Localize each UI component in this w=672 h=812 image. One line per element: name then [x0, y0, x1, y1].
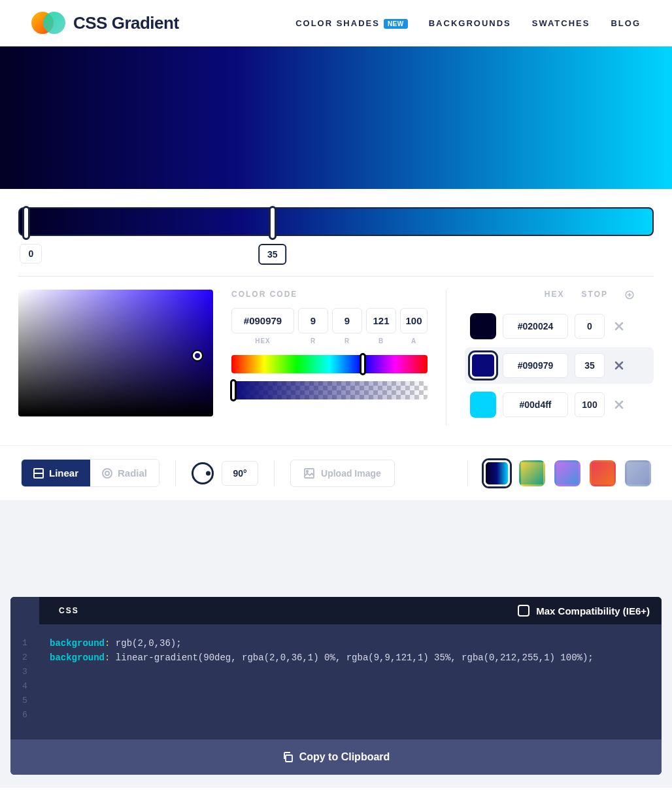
slider-handle-0[interactable]: [22, 206, 30, 240]
stop-swatch[interactable]: [470, 392, 496, 418]
slider-handle-1[interactable]: [269, 206, 277, 240]
color-code-header: COLOR CODE: [231, 290, 428, 299]
r-label: R: [298, 337, 328, 345]
max-compat-toggle[interactable]: Max Compatibility (IE6+): [518, 605, 662, 617]
divider: [274, 460, 275, 486]
slider-label-1[interactable]: 35: [258, 244, 287, 265]
code-content[interactable]: background: rgb(2,0,36);background: line…: [39, 624, 662, 739]
stop-pos-input[interactable]: [575, 314, 605, 339]
stops-hex-label: HEX: [545, 290, 565, 299]
remove-stop-icon[interactable]: [611, 318, 627, 334]
color-code-column: COLOR CODE HEX R R B A: [231, 290, 428, 426]
nav-blog[interactable]: BLOG: [611, 18, 641, 28]
slider-labels: 0 35: [18, 244, 654, 277]
hue-slider[interactable]: [231, 355, 428, 373]
nav-swatches[interactable]: SWATCHES: [532, 18, 590, 28]
stops-column: HEX STOP: [465, 290, 654, 426]
gradient-slider-section: 0 35: [0, 189, 672, 277]
new-badge: NEW: [384, 19, 408, 29]
b-input[interactable]: [366, 308, 396, 333]
header: CSS Gradient COLOR SHADESNEW BACKGROUNDS…: [0, 0, 672, 46]
radial-icon: [102, 468, 112, 479]
svg-point-11: [103, 469, 112, 478]
stop-swatch[interactable]: [470, 352, 496, 379]
code-section: CSS Max Compatibility (IE6+) 123456 back…: [0, 500, 672, 788]
add-stop-icon[interactable]: [625, 290, 634, 299]
copy-icon: [282, 752, 293, 762]
linear-button[interactable]: Linear: [22, 460, 90, 486]
stop-hex-input[interactable]: [503, 314, 568, 339]
line-numbers: 123456: [10, 624, 39, 739]
angle-control: [192, 461, 258, 486]
a-input[interactable]: [400, 308, 428, 333]
color-picker[interactable]: [18, 290, 213, 416]
remove-stop-icon[interactable]: [611, 358, 627, 373]
g-label: R: [332, 337, 362, 345]
hex-label: HEX: [231, 337, 294, 345]
logo-text: CSS Gradient: [73, 13, 179, 33]
divider: [446, 290, 446, 426]
preset-swatch[interactable]: [484, 460, 510, 486]
stops-header: HEX STOP: [465, 290, 654, 299]
stop-row[interactable]: [465, 386, 654, 423]
r-input[interactable]: [298, 308, 328, 333]
preset-swatch[interactable]: [590, 460, 616, 486]
image-icon: [304, 468, 314, 479]
svg-point-12: [105, 471, 109, 475]
alpha-handle[interactable]: [230, 379, 237, 401]
stop-row[interactable]: [465, 308, 654, 345]
svg-rect-15: [286, 755, 292, 762]
nav-backgrounds[interactable]: BACKGROUNDS: [429, 18, 511, 28]
presets: [484, 460, 651, 486]
g-input[interactable]: [332, 308, 362, 333]
angle-input[interactable]: [222, 461, 258, 486]
radial-button[interactable]: Radial: [90, 460, 159, 486]
stop-pos-input[interactable]: [575, 353, 605, 378]
nav-color-shades[interactable]: COLOR SHADESNEW: [295, 18, 408, 28]
divider: [467, 460, 468, 486]
copy-button[interactable]: Copy to Clipboard: [10, 739, 662, 775]
type-toggle: Linear Radial: [21, 459, 160, 487]
preset-swatch[interactable]: [519, 460, 545, 486]
preset-swatch[interactable]: [625, 460, 651, 486]
stop-row[interactable]: [465, 347, 654, 384]
max-compat-checkbox[interactable]: [518, 605, 529, 617]
slider-label-0[interactable]: 0: [20, 244, 42, 263]
preset-swatch[interactable]: [554, 460, 580, 486]
stop-pos-input[interactable]: [575, 392, 605, 417]
b-label: B: [366, 337, 396, 345]
stop-swatch[interactable]: [470, 313, 496, 339]
a-label: A: [400, 337, 428, 345]
picker-cursor[interactable]: [193, 351, 202, 360]
hex-input[interactable]: [231, 308, 294, 333]
divider: [175, 460, 176, 486]
svg-point-14: [307, 470, 309, 472]
stop-hex-input[interactable]: [503, 392, 568, 417]
logo-icon: [31, 12, 64, 35]
remove-stop-icon[interactable]: [611, 397, 627, 413]
alpha-slider[interactable]: [231, 381, 428, 399]
css-tab[interactable]: CSS: [39, 597, 99, 624]
controls-bar: Linear Radial Upload Image: [0, 445, 672, 500]
code-header: CSS Max Compatibility (IE6+): [10, 597, 662, 624]
color-editor: COLOR CODE HEX R R B A HEX STOP: [0, 277, 672, 445]
code-box: CSS Max Compatibility (IE6+) 123456 back…: [10, 597, 662, 775]
gradient-slider[interactable]: [18, 207, 654, 236]
hue-handle[interactable]: [360, 353, 366, 375]
linear-icon: [33, 468, 44, 479]
logo[interactable]: CSS Gradient: [31, 12, 179, 35]
gradient-preview: [0, 46, 672, 189]
stops-stop-label: STOP: [582, 290, 608, 299]
nav: COLOR SHADESNEW BACKGROUNDS SWATCHES BLO…: [295, 18, 641, 28]
angle-indicator: [206, 471, 210, 475]
stop-hex-input[interactable]: [503, 353, 568, 378]
upload-image-button[interactable]: Upload Image: [290, 460, 395, 487]
angle-dial[interactable]: [192, 462, 214, 484]
